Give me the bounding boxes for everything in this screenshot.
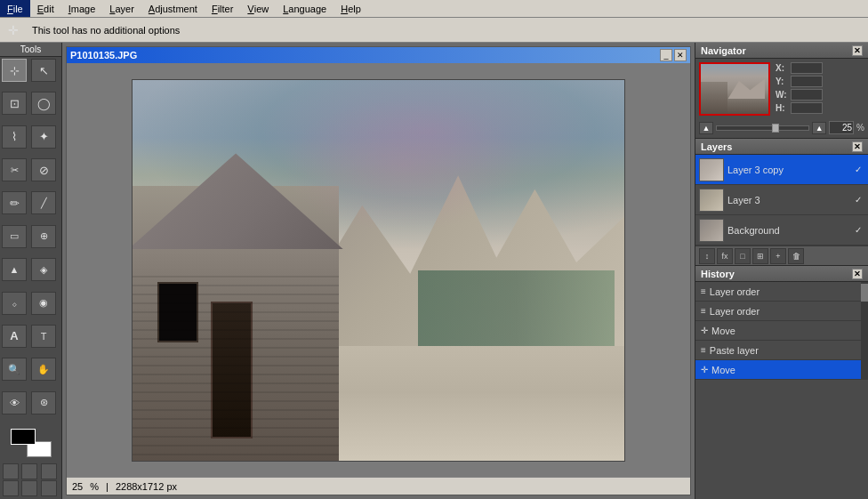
- text-btn[interactable]: A: [2, 325, 27, 348]
- layer-item-layer3copy[interactable]: Layer 3 copy ✓: [695, 155, 868, 185]
- zoom-thumb[interactable]: [772, 124, 779, 133]
- navigator-close-button[interactable]: ✕: [852, 45, 863, 56]
- move-tool-btn[interactable]: ↖: [31, 59, 56, 82]
- preset-btn-2[interactable]: [21, 463, 37, 479]
- history-scroll-thumb[interactable]: [861, 284, 868, 302]
- menu-image[interactable]: Image: [61, 0, 103, 17]
- close-button[interactable]: ✕: [674, 49, 687, 61]
- history-item-0[interactable]: ≡ Layer order: [695, 282, 861, 302]
- preset-btn-6[interactable]: [41, 480, 57, 496]
- navigator-header: Navigator ✕: [695, 43, 868, 59]
- slice-btn[interactable]: ⊘: [31, 158, 56, 181]
- foreground-color-swatch[interactable]: [11, 429, 36, 445]
- eraser-btn[interactable]: ▭: [2, 225, 27, 248]
- history-icon-0: ≡: [701, 286, 706, 296]
- x-label: X:: [776, 63, 788, 73]
- preset-btn-5[interactable]: [21, 480, 37, 496]
- layer-vis-background[interactable]: ✓: [852, 224, 864, 237]
- menu-layer[interactable]: Layer: [102, 0, 141, 17]
- toolbar: ✛ This tool has no additional options: [0, 18, 868, 43]
- history-label-4: Move: [711, 365, 735, 375]
- color-swatches[interactable]: [11, 429, 52, 457]
- brush-btn[interactable]: ╱: [31, 191, 56, 214]
- zoom-out-btn[interactable]: ▲: [699, 122, 713, 134]
- minimize-button[interactable]: _: [660, 49, 672, 61]
- menu-help[interactable]: Help: [334, 0, 368, 17]
- menu-filter[interactable]: Filter: [205, 0, 240, 17]
- menu-language[interactable]: Language: [276, 0, 334, 17]
- menu-view[interactable]: View: [240, 0, 276, 17]
- move-tool-icon[interactable]: ✛: [4, 20, 23, 40]
- layer-name-layer3: Layer 3: [727, 195, 848, 205]
- menu-adjustment[interactable]: Adjustment: [141, 0, 205, 17]
- pencil-btn[interactable]: ✏: [2, 191, 27, 214]
- layer-name-layer3copy: Layer 3 copy: [727, 165, 848, 175]
- shape-btn[interactable]: T: [31, 325, 56, 348]
- layers-header: Layers ✕: [695, 139, 868, 155]
- layers-close-button[interactable]: ✕: [852, 141, 863, 152]
- heal-btn[interactable]: ⊛: [31, 391, 56, 414]
- zoom-slider[interactable]: [716, 125, 809, 131]
- history-title: History: [701, 269, 735, 279]
- history-item-4[interactable]: ✛ Move: [695, 360, 861, 380]
- lasso-btn[interactable]: ⌇: [2, 125, 27, 149]
- zoom-in-btn[interactable]: ▲: [812, 122, 826, 134]
- paint-bucket-btn[interactable]: ◈: [31, 258, 56, 281]
- separator-1: |: [106, 481, 108, 492]
- layer-item-background[interactable]: Background ✓: [695, 215, 868, 245]
- layer-vis-layer3copy[interactable]: ✓: [852, 164, 864, 176]
- dodge-btn[interactable]: ⬦: [2, 292, 27, 315]
- w-input[interactable]: [791, 89, 823, 101]
- history-close-button[interactable]: ✕: [852, 269, 863, 279]
- navigator-title: Navigator: [701, 45, 746, 56]
- x-input[interactable]: [791, 62, 823, 74]
- zoom-value-input[interactable]: [829, 121, 854, 134]
- history-item-1[interactable]: ≡ Layer order: [695, 302, 861, 321]
- nav-mini-scene: [701, 64, 768, 114]
- tools-panel: Tools ⊹ ↖ ⊡ ◯ ⌇ ✦ ✂ ⊘ ✏ ╱ ▭ ⊕ ▲ ◈ ⬦ ◉ A …: [0, 43, 62, 499]
- layers-link-btn[interactable]: ↕: [699, 248, 715, 264]
- preset-btn-3[interactable]: [41, 463, 57, 479]
- y-input[interactable]: [791, 76, 823, 87]
- layers-fx-btn[interactable]: fx: [717, 248, 733, 264]
- layers-group-btn[interactable]: ⊞: [752, 248, 768, 264]
- preset-btn-1[interactable]: [3, 463, 19, 479]
- layer-vis-layer3[interactable]: ✓: [852, 194, 864, 206]
- coord-x-row: X:: [776, 62, 864, 74]
- history-label-3: Paste layer: [710, 345, 759, 356]
- history-item-2[interactable]: ✛ Move: [695, 321, 861, 341]
- eye-btn[interactable]: 👁: [2, 391, 27, 414]
- layer-item-layer3[interactable]: Layer 3 ✓: [695, 185, 868, 215]
- zoom-level: 25: [72, 481, 83, 492]
- crop-btn[interactable]: ✂: [2, 158, 27, 181]
- history-items-col: ≡ Layer order ≡ Layer order ✛ Move: [695, 282, 861, 380]
- coord-y-row: Y:: [776, 76, 864, 87]
- layer-thumb-img-bg: [700, 220, 723, 241]
- history-item-3[interactable]: ≡ Paste layer: [695, 341, 861, 360]
- preset-btn-4[interactable]: [3, 480, 19, 496]
- zoom-btn[interactable]: 🔍: [2, 358, 27, 381]
- layers-mask-btn[interactable]: □: [735, 248, 751, 264]
- image-dimensions: 2288x1712 px: [116, 481, 177, 492]
- burn-btn[interactable]: ◉: [31, 292, 56, 315]
- rect-select-btn[interactable]: ⊡: [2, 92, 27, 115]
- layers-delete-btn[interactable]: 🗑: [788, 248, 804, 264]
- history-label-1: Layer order: [710, 306, 760, 317]
- navigator-content: X: Y: W: H:: [695, 59, 868, 119]
- menu-file[interactable]: File: [0, 0, 30, 17]
- history-header: History ✕: [695, 266, 868, 282]
- layers-new-btn[interactable]: +: [770, 248, 786, 264]
- gradient-btn[interactable]: ▲: [2, 258, 27, 281]
- pan-btn[interactable]: ✋: [31, 358, 56, 381]
- zoom-unit: %: [90, 481, 99, 492]
- clone-btn[interactable]: ⊕: [31, 225, 56, 248]
- layers-panel: Layers ✕ Layer 3 copy ✓ Layer 3: [695, 139, 868, 266]
- nav-building: [701, 82, 727, 114]
- menu-edit[interactable]: Edit: [30, 0, 61, 17]
- selection-tool-btn[interactable]: ⊹: [2, 59, 27, 82]
- magic-wand-btn[interactable]: ✦: [31, 125, 56, 149]
- history-icon-2: ✛: [701, 326, 708, 335]
- ellipse-select-btn[interactable]: ◯: [31, 92, 56, 115]
- h-input[interactable]: [791, 102, 823, 114]
- history-scrollbar[interactable]: [861, 282, 868, 380]
